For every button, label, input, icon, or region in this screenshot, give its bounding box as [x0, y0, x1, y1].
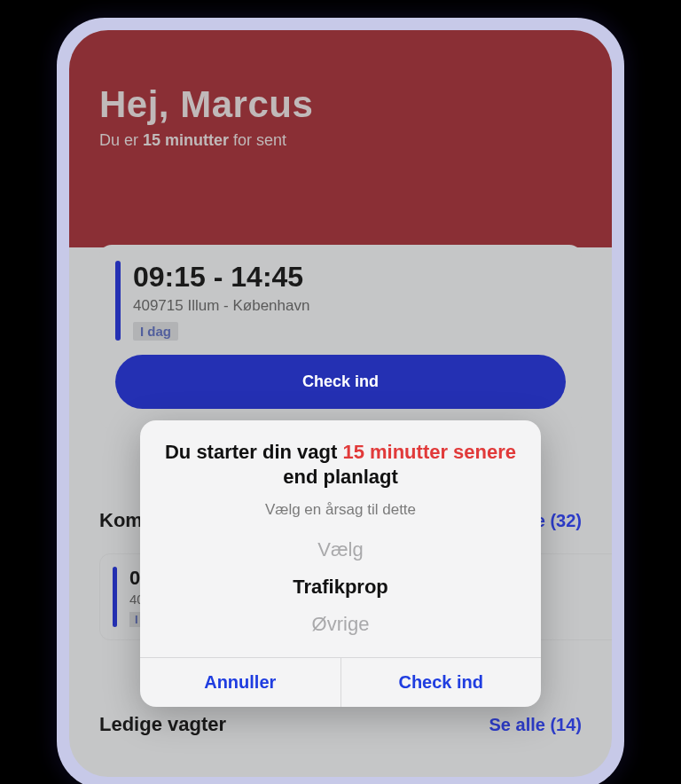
shift-info: 09:15 - 14:45 409715 Illum - København I… — [133, 261, 566, 341]
app-screen: Hej, Marcus Du er 15 minutter for sent 0… — [69, 30, 612, 777]
picker-item-next[interactable]: Øvrige — [163, 606, 518, 643]
picker-item-selected[interactable]: Trafikprop — [163, 568, 518, 606]
shift-row: 09:15 - 14:45 409715 Illum - København I… — [115, 261, 566, 341]
shift-time: 09:15 - 14:45 — [133, 261, 566, 294]
available-see-all-link[interactable]: Se alle (14) — [489, 715, 582, 735]
cancel-button[interactable]: Annuller — [140, 658, 340, 707]
late-duration: 15 minutter — [143, 131, 229, 149]
modal-body: Du starter din vagt 15 minutter senere e… — [140, 420, 541, 657]
current-shift-card[interactable]: 09:15 - 14:45 409715 Illum - København I… — [99, 245, 582, 428]
confirm-checkin-button[interactable]: Check ind — [340, 658, 542, 707]
accent-bar — [113, 567, 117, 627]
late-reason-modal: Du starter din vagt 15 minutter senere e… — [140, 420, 541, 707]
modal-title-highlight: 15 minutter senere — [342, 441, 516, 463]
device-frame: Hej, Marcus Du er 15 minutter for sent 0… — [57, 18, 624, 784]
accent-bar — [115, 261, 121, 341]
modal-title-part2: end planlagt — [283, 466, 398, 488]
late-suffix: for sent — [229, 131, 286, 149]
today-badge: I dag — [133, 322, 178, 341]
late-status: Du er 15 minutter for sent — [99, 131, 582, 150]
modal-title-part1: Du starter din vagt — [165, 441, 342, 463]
modal-actions: Annuller Check ind — [140, 657, 541, 707]
available-title: Ledige vagter — [99, 713, 226, 736]
available-section-header: Ledige vagter Se alle (14) — [99, 713, 582, 736]
shift-location: 409715 Illum - København — [133, 297, 566, 315]
greeting-text: Hej, Marcus — [99, 83, 582, 126]
modal-subtitle: Vælg en årsag til dette — [163, 501, 518, 519]
picker-item-prev[interactable]: Vælg — [163, 531, 518, 568]
modal-title: Du starter din vagt 15 minutter senere e… — [163, 440, 518, 489]
late-prefix: Du er — [99, 131, 143, 149]
reason-picker[interactable]: Vælg Trafikprop Øvrige — [163, 531, 518, 643]
app-header: Hej, Marcus Du er 15 minutter for sent — [69, 30, 612, 247]
checkin-button[interactable]: Check ind — [115, 355, 566, 409]
